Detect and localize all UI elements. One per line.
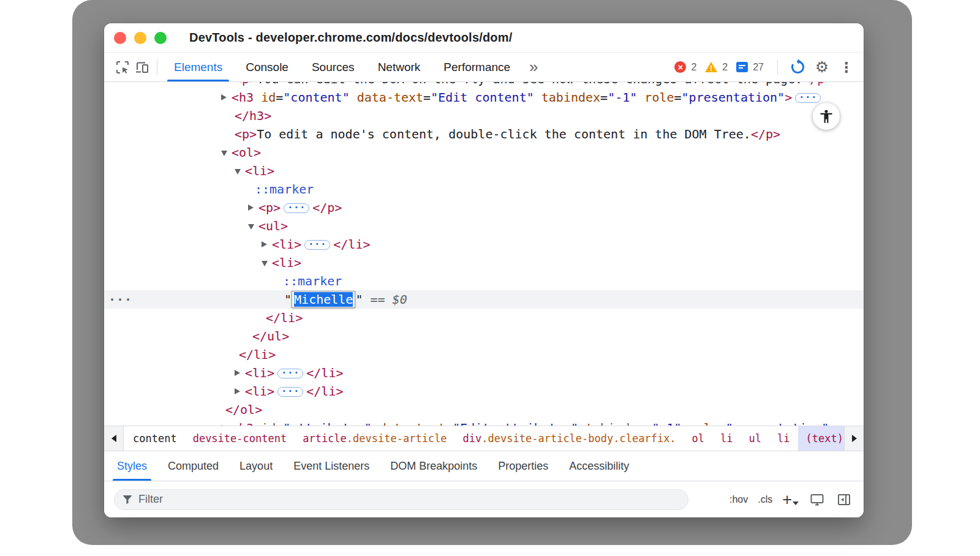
token-val: "content" xyxy=(283,90,349,105)
token-tag: <ul> xyxy=(258,219,288,233)
dom-tree-line[interactable]: <li> xyxy=(104,254,864,272)
dom-tree-line[interactable]: <li>···</li> xyxy=(104,382,864,400)
inspect-element-icon[interactable] xyxy=(113,58,132,77)
inline-text-edit-box[interactable]: Michelle xyxy=(292,291,355,308)
token-eq: = xyxy=(445,421,453,426)
dom-tree-line[interactable]: </li> xyxy=(104,345,864,364)
sidebar-tab-layout[interactable]: Layout xyxy=(229,451,283,481)
token-attr: data-text xyxy=(372,421,445,426)
dom-tree-line[interactable]: <p>···</p> xyxy=(104,198,864,217)
toggle-element-state-button[interactable]: :hov xyxy=(729,494,748,505)
tab-elements[interactable]: Elements xyxy=(162,53,234,81)
warning-icon[interactable]: ! xyxy=(705,62,717,72)
token-op: == xyxy=(363,292,392,307)
token-tag: <li> xyxy=(272,237,301,252)
dom-tree-line[interactable]: <ul> xyxy=(104,217,864,235)
collapse-arrow-icon[interactable] xyxy=(248,224,254,230)
expand-ellipsis-button[interactable]: ··· xyxy=(304,240,330,250)
minimize-button[interactable] xyxy=(134,32,146,44)
dom-tree-line[interactable]: </li> xyxy=(104,309,864,327)
dom-tree-line[interactable]: </h3> xyxy=(104,107,864,125)
dom-tree-line[interactable]: </ul> xyxy=(104,327,864,345)
expand-ellipsis-button[interactable]: ··· xyxy=(284,203,309,213)
collapse-arrow-icon[interactable] xyxy=(262,261,268,266)
sync-refresh-icon[interactable] xyxy=(788,58,807,77)
breadcrumb-item-li[interactable]: li xyxy=(712,426,741,451)
filter-placeholder: Filter xyxy=(138,493,163,506)
token-eq: = xyxy=(644,421,652,426)
sidebar-tab-dom-breakpoints[interactable]: DOM Breakpoints xyxy=(380,451,488,481)
expand-arrow-icon[interactable] xyxy=(221,425,227,426)
dom-tree-line[interactable]: <h3 id="content" data-text="Edit content… xyxy=(104,88,864,107)
breadcrumb-item-article-devsite-article[interactable]: article.devsite-article xyxy=(295,426,454,451)
filter-input[interactable]: Filter xyxy=(114,489,688,510)
dom-tree-line[interactable]: <li>···</li> xyxy=(104,364,864,382)
sidebar-tab-styles[interactable]: Styles xyxy=(107,451,157,481)
token-val: "-1" xyxy=(608,90,637,105)
breadcrumb-item-ul[interactable]: ul xyxy=(741,426,769,451)
breadcrumb-item-ol[interactable]: ol xyxy=(684,426,712,451)
dom-tree-line[interactable]: <h3 id="attributes" data-text="Edit attr… xyxy=(104,419,864,426)
error-icon[interactable]: × xyxy=(674,61,686,73)
dom-tree-line[interactable]: <p>You can edit the DOM on the fly and s… xyxy=(104,82,864,88)
expand-arrow-icon[interactable] xyxy=(248,205,254,211)
tab-console[interactable]: Console xyxy=(234,53,300,81)
maximize-button[interactable] xyxy=(154,32,167,44)
tab-performance[interactable]: Performance xyxy=(432,53,522,81)
kebab-menu-icon[interactable]: ⋮ xyxy=(837,58,856,77)
dom-tree-line[interactable]: <li>···</li> xyxy=(104,235,864,254)
collapse-arrow-icon[interactable] xyxy=(221,151,227,156)
rendering-emulation-icon[interactable] xyxy=(809,491,826,508)
dom-tree-line[interactable]: ···"Michelle" == $0 xyxy=(104,290,864,309)
breadcrumb-item-text[interactable]: (text) xyxy=(798,426,844,451)
dom-tree-line[interactable]: <p>To edit a node's content, double-clic… xyxy=(104,125,864,143)
tab-sources[interactable]: Sources xyxy=(300,53,366,81)
token-tag: <p> xyxy=(235,82,257,86)
issues-count[interactable]: 27 xyxy=(753,62,764,73)
close-button[interactable] xyxy=(114,32,126,44)
more-tabs-icon[interactable]: » xyxy=(529,58,538,77)
token-attr: id xyxy=(254,421,276,426)
breadcrumb-bar: contentdevsite-contentarticle.devsite-ar… xyxy=(104,426,864,451)
toggle-sidebar-icon[interactable] xyxy=(835,491,853,508)
error-count[interactable]: 2 xyxy=(691,62,696,73)
sidebar-tab-event-listeners[interactable]: Event Listeners xyxy=(283,451,380,481)
tab-network[interactable]: Network xyxy=(366,53,432,81)
breadcrumb-scroll-left-button[interactable] xyxy=(104,426,124,451)
token-tag: <h3 xyxy=(232,90,254,105)
toolbar-status: × 2 ! 2 27 ⚙ ⋮ xyxy=(674,58,856,77)
accessibility-overlay-button[interactable] xyxy=(813,103,840,130)
expand-ellipsis-button[interactable]: ··· xyxy=(277,387,303,397)
warning-count[interactable]: 2 xyxy=(722,62,728,73)
sidebar-tab-properties[interactable]: Properties xyxy=(488,451,559,481)
element-classes-button[interactable]: .cls xyxy=(758,494,772,505)
device-toolbar-icon[interactable] xyxy=(132,58,152,77)
breadcrumb-item-li[interactable]: li xyxy=(769,426,797,451)
expand-arrow-icon[interactable] xyxy=(262,241,267,247)
settings-gear-icon[interactable]: ⚙ xyxy=(812,58,832,77)
breadcrumb-item-devsite-content[interactable]: devsite-content xyxy=(185,426,295,451)
dom-tree-line[interactable]: </ol> xyxy=(104,400,864,419)
breadcrumb-scroll-right-button[interactable] xyxy=(844,426,864,451)
breadcrumb-item-div-devsite-article-body-clearfix[interactable]: div.devsite-article-body.clearfix. xyxy=(455,426,684,451)
expand-ellipsis-button[interactable]: ··· xyxy=(795,93,821,103)
collapse-arrow-icon[interactable] xyxy=(235,169,241,175)
dom-tree-line[interactable]: <ol> xyxy=(104,143,864,162)
expand-arrow-icon[interactable] xyxy=(235,388,240,394)
sidebar-tab-accessibility[interactable]: Accessibility xyxy=(559,451,639,481)
token-tag: <li> xyxy=(245,366,274,380)
expand-arrow-icon[interactable] xyxy=(221,94,227,100)
token-tag: <li> xyxy=(245,163,274,178)
dom-tree-line[interactable]: <li> xyxy=(104,162,864,180)
dom-tree-line[interactable]: ::marker xyxy=(104,180,864,198)
new-style-rule-button[interactable]: + xyxy=(782,493,799,506)
token-tag: > xyxy=(785,90,792,105)
token-eq: = xyxy=(423,90,431,105)
expand-arrow-icon[interactable] xyxy=(235,370,240,376)
sidebar-tab-computed[interactable]: Computed xyxy=(157,451,229,481)
issues-icon[interactable] xyxy=(736,62,748,72)
dom-tree-line[interactable]: ::marker xyxy=(104,272,864,290)
expand-ellipsis-button[interactable]: ··· xyxy=(277,369,303,378)
token-tag: <h3 xyxy=(232,421,254,426)
breadcrumb-item-content[interactable]: content xyxy=(125,426,185,451)
